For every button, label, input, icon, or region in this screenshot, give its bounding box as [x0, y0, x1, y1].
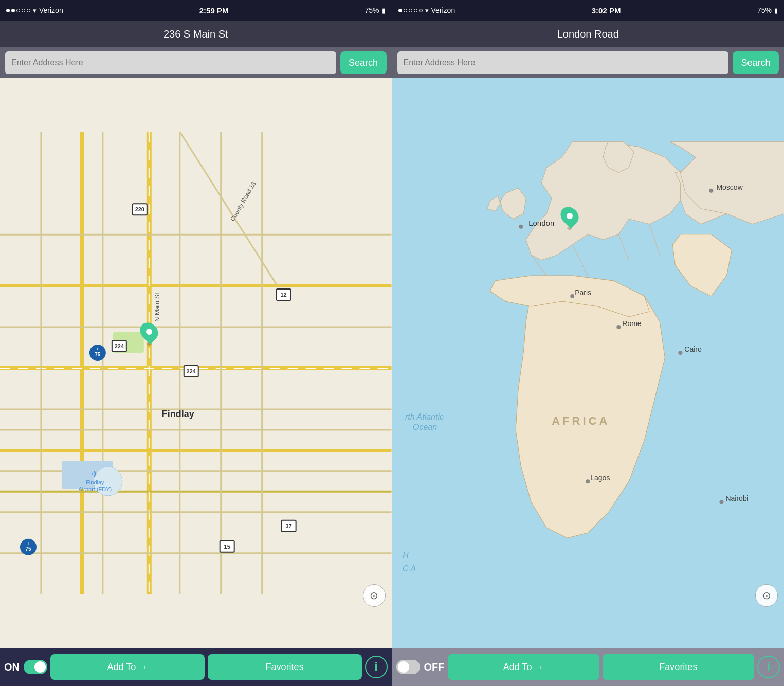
svg-point-66 — [709, 189, 713, 193]
svg-text:Lagos: Lagos — [590, 474, 610, 482]
right-bottom-bar: OFF Add To → Favorites i — [392, 648, 785, 686]
svg-text:✈: ✈ — [91, 469, 99, 479]
left-wifi-icon: ▾ — [33, 7, 37, 14]
svg-text:London: London — [528, 219, 554, 227]
right-toggle-switch[interactable] — [396, 660, 420, 674]
signal-dot-3 — [16, 9, 20, 12]
right-info-icon: i — [767, 660, 770, 674]
left-location-target-button[interactable]: ⊙ — [363, 584, 386, 607]
right-map-svg: London Paris Rome Moscow Cairo Lagos Nai… — [392, 78, 785, 648]
svg-point-63 — [519, 225, 523, 229]
left-carrier: Verizon — [39, 6, 63, 14]
right-favorites-button[interactable]: Favorites — [603, 654, 754, 680]
left-toggle-switch[interactable] — [24, 660, 47, 674]
right-toggle-knob — [398, 661, 409, 673]
svg-text:15: 15 — [224, 544, 230, 550]
left-battery-pct: 75% — [364, 6, 379, 14]
svg-rect-0 — [0, 132, 392, 594]
right-add-to-button[interactable]: Add To → — [448, 654, 599, 680]
left-toggle-knob — [34, 661, 46, 673]
left-title-bar: 236 S Main St — [0, 21, 392, 47]
left-signal — [6, 9, 30, 12]
svg-text:Airport (FDY): Airport (FDY) — [79, 486, 112, 492]
svg-text:Findlay: Findlay — [86, 479, 104, 485]
svg-point-65 — [616, 325, 621, 329]
svg-text:Cairo: Cairo — [684, 345, 702, 353]
svg-text:12: 12 — [281, 292, 287, 298]
right-map-area[interactable]: London Paris Rome Moscow Cairo Lagos Nai… — [392, 78, 785, 648]
svg-text:75: 75 — [95, 352, 101, 357]
signal-dot-r2 — [404, 9, 407, 12]
svg-text:Nairobi: Nairobi — [725, 494, 748, 502]
left-map-svg: 224 224 I 75 12 15 37 I 75 — [0, 78, 392, 648]
signal-dot-r4 — [414, 9, 417, 12]
svg-text:224: 224 — [187, 368, 196, 374]
signal-dot-5 — [27, 9, 30, 12]
svg-text:Rome: Rome — [622, 319, 642, 328]
svg-point-68 — [586, 479, 590, 483]
left-status-bar: ▾ Verizon 2:59 PM 75% ▮ — [0, 0, 392, 21]
svg-text:I: I — [28, 541, 29, 546]
right-status-left: ▾ Verizon — [398, 6, 455, 14]
left-bottom-bar: ON Add To → Favorites i — [0, 648, 392, 686]
right-page-title: London Road — [557, 28, 619, 40]
svg-text:75: 75 — [25, 546, 31, 552]
right-pin-inner — [567, 213, 573, 219]
left-battery-icon: ▮ — [382, 7, 386, 14]
signal-dot-1 — [6, 9, 10, 12]
left-time: 2:59 PM — [199, 6, 229, 15]
svg-text:Findlay: Findlay — [162, 409, 194, 419]
left-page-title: 236 S Main St — [163, 28, 228, 40]
signal-dot-r1 — [398, 9, 402, 12]
left-toggle-label: ON — [4, 661, 20, 673]
signal-dot-4 — [22, 9, 25, 12]
svg-point-69 — [719, 500, 723, 504]
left-toggle[interactable]: ON — [4, 660, 47, 674]
svg-text:N Main St: N Main St — [153, 293, 161, 322]
right-wifi-icon: ▾ — [425, 7, 429, 14]
right-info-button[interactable]: i — [757, 656, 780, 678]
right-toggle[interactable]: OFF — [396, 660, 445, 674]
right-search-bar: Search — [392, 47, 785, 78]
left-location-pin — [141, 322, 157, 346]
right-carrier: Verizon — [431, 6, 455, 14]
left-favorites-button[interactable]: Favorites — [208, 654, 362, 680]
svg-point-64 — [570, 294, 574, 298]
right-toggle-label: OFF — [424, 661, 445, 673]
left-info-button[interactable]: i — [365, 656, 388, 678]
left-status-left: ▾ Verizon — [6, 6, 63, 14]
svg-text:37: 37 — [286, 523, 292, 529]
svg-text:rth Atlantic: rth Atlantic — [405, 412, 444, 421]
svg-text:Ocean: Ocean — [413, 423, 437, 431]
left-search-button[interactable]: Search — [340, 51, 387, 74]
svg-text:AFRICA: AFRICA — [552, 414, 610, 427]
right-signal — [398, 9, 423, 12]
svg-point-67 — [678, 351, 682, 355]
signal-dot-r5 — [419, 9, 423, 12]
left-search-bar: Search — [0, 47, 392, 78]
right-battery-icon: ▮ — [774, 7, 778, 14]
svg-text:Paris: Paris — [575, 288, 591, 297]
right-title-bar: London Road — [392, 21, 785, 47]
right-battery-pct: 75% — [757, 6, 772, 14]
pin-inner — [146, 329, 152, 335]
svg-text:H: H — [403, 551, 409, 560]
right-status-right: 75% ▮ — [757, 6, 778, 14]
info-icon: i — [374, 660, 377, 674]
left-phone-panel: ▾ Verizon 2:59 PM 75% ▮ 236 S Main St Se… — [0, 0, 392, 686]
right-search-button[interactable]: Search — [733, 51, 779, 74]
left-search-input[interactable] — [5, 51, 336, 74]
svg-text:224: 224 — [115, 343, 124, 349]
left-add-to-button[interactable]: Add To → — [50, 654, 205, 680]
left-map-area[interactable]: 224 224 I 75 12 15 37 I 75 — [0, 78, 392, 648]
svg-text:I: I — [97, 347, 98, 351]
right-location-pin — [561, 206, 578, 230]
target-icon: ⊙ — [370, 589, 378, 602]
right-target-icon: ⊙ — [762, 589, 771, 602]
signal-dot-2 — [11, 9, 15, 12]
right-phone-panel: ▾ Verizon 3:02 PM 75% ▮ London Road Sear… — [392, 0, 785, 686]
right-time: 3:02 PM — [592, 6, 621, 15]
right-search-input[interactable] — [397, 51, 729, 74]
right-location-target-button[interactable]: ⊙ — [755, 584, 778, 607]
signal-dot-r3 — [409, 9, 412, 12]
